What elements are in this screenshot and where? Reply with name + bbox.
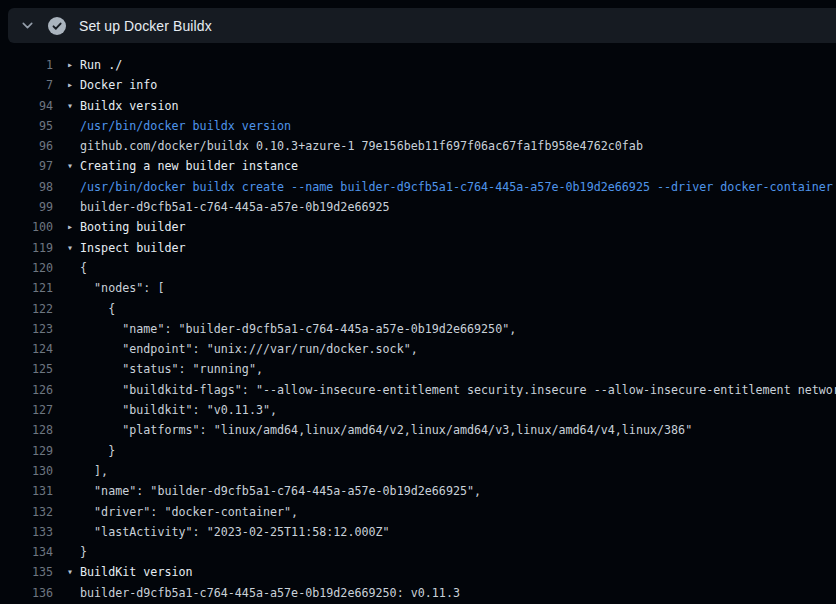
log-line: 1 ▸ Run ./ bbox=[0, 55, 836, 75]
indent-spacer bbox=[67, 116, 80, 136]
log-line: 96 github.com/docker/buildx 0.10.3+azure… bbox=[0, 136, 836, 156]
log-text: "name": "builder-d9cfb5a1-c764-445a-a57e… bbox=[80, 481, 481, 501]
log-line: 131 "name": "builder-d9cfb5a1-c764-445a-… bbox=[0, 481, 836, 501]
log-text: /usr/bin/docker buildx create --name bui… bbox=[80, 177, 833, 197]
group-collapse-icon[interactable]: ▾ bbox=[67, 96, 80, 116]
indent-spacer bbox=[67, 197, 80, 217]
line-number[interactable]: 96 bbox=[0, 136, 53, 156]
log-line: 94 ▾ Buildx version bbox=[0, 96, 836, 116]
group-expand-icon[interactable]: ▸ bbox=[67, 217, 80, 237]
log-line: 123 "name": "builder-d9cfb5a1-c764-445a-… bbox=[0, 319, 836, 339]
group-title[interactable]: Inspect builder bbox=[80, 238, 186, 258]
log-text: "name": "builder-d9cfb5a1-c764-445a-a57e… bbox=[80, 319, 516, 339]
line-number[interactable]: 129 bbox=[0, 441, 53, 461]
step-header[interactable]: Set up Docker Buildx bbox=[8, 8, 836, 43]
indent-spacer bbox=[67, 583, 80, 603]
line-number[interactable]: 132 bbox=[0, 502, 53, 522]
log-lines: 1 ▸ Run ./ 7 ▸ Docker info 94 ▾ Buildx v… bbox=[0, 55, 836, 603]
log-line: 132 "driver": "docker-container", bbox=[0, 502, 836, 522]
line-number[interactable]: 122 bbox=[0, 299, 53, 319]
log-line: 100 ▸ Booting builder bbox=[0, 217, 836, 237]
log-line: 119 ▾ Inspect builder bbox=[0, 238, 836, 258]
line-number[interactable]: 127 bbox=[0, 400, 53, 420]
indent-spacer bbox=[67, 359, 80, 379]
log-text: builder-d9cfb5a1-c764-445a-a57e-0b19d2e6… bbox=[80, 583, 460, 603]
log-text: { bbox=[80, 258, 87, 278]
chevron-down-icon[interactable] bbox=[19, 18, 35, 34]
group-title[interactable]: Buildx version bbox=[80, 96, 179, 116]
log-text: builder-d9cfb5a1-c764-445a-a57e-0b19d2e6… bbox=[80, 197, 390, 217]
group-collapse-icon[interactable]: ▾ bbox=[67, 562, 80, 582]
log-line: 99 builder-d9cfb5a1-c764-445a-a57e-0b19d… bbox=[0, 197, 836, 217]
log-line: 98 /usr/bin/docker buildx create --name … bbox=[0, 177, 836, 197]
line-number[interactable]: 135 bbox=[0, 562, 53, 582]
indent-spacer bbox=[67, 420, 80, 440]
line-number[interactable]: 130 bbox=[0, 461, 53, 481]
line-number[interactable]: 95 bbox=[0, 116, 53, 136]
group-expand-icon[interactable]: ▸ bbox=[67, 75, 80, 95]
line-number[interactable]: 7 bbox=[0, 75, 53, 95]
log-line: 97 ▾ Creating a new builder instance bbox=[0, 156, 836, 176]
line-number[interactable]: 99 bbox=[0, 197, 53, 217]
check-circle-icon bbox=[48, 17, 66, 35]
log-line: 121 "nodes": [ bbox=[0, 278, 836, 298]
indent-spacer bbox=[67, 502, 80, 522]
log-text: "lastActivity": "2023-02-25T11:58:12.000… bbox=[80, 522, 390, 542]
log-line: 133 "lastActivity": "2023-02-25T11:58:12… bbox=[0, 522, 836, 542]
indent-spacer bbox=[67, 136, 80, 156]
group-title[interactable]: Creating a new builder instance bbox=[80, 156, 298, 176]
log-line: 126 "buildkitd-flags": "--allow-insecure… bbox=[0, 380, 836, 400]
log-text: "buildkitd-flags": "--allow-insecure-ent… bbox=[80, 380, 836, 400]
line-number[interactable]: 125 bbox=[0, 359, 53, 379]
log-line: 125 "status": "running", bbox=[0, 359, 836, 379]
indent-spacer bbox=[67, 299, 80, 319]
log-line: 130 ], bbox=[0, 461, 836, 481]
log-text: } bbox=[80, 542, 87, 562]
line-number[interactable]: 97 bbox=[0, 156, 53, 176]
line-number[interactable]: 133 bbox=[0, 522, 53, 542]
log-line: 136 builder-d9cfb5a1-c764-445a-a57e-0b19… bbox=[0, 583, 836, 603]
indent-spacer bbox=[67, 441, 80, 461]
log-line: 124 "endpoint": "unix:///var/run/docker.… bbox=[0, 339, 836, 359]
log-text: "endpoint": "unix:///var/run/docker.sock… bbox=[80, 339, 418, 359]
line-number[interactable]: 121 bbox=[0, 278, 53, 298]
indent-spacer bbox=[67, 177, 80, 197]
group-title[interactable]: Docker info bbox=[80, 75, 157, 95]
indent-spacer bbox=[67, 481, 80, 501]
indent-spacer bbox=[67, 522, 80, 542]
group-collapse-icon[interactable]: ▾ bbox=[67, 238, 80, 258]
log-text: /usr/bin/docker buildx version bbox=[80, 116, 291, 136]
line-number[interactable]: 94 bbox=[0, 96, 53, 116]
line-number[interactable]: 120 bbox=[0, 258, 53, 278]
log-text: "driver": "docker-container", bbox=[80, 502, 298, 522]
line-number[interactable]: 131 bbox=[0, 481, 53, 501]
indent-spacer bbox=[67, 380, 80, 400]
log-text: "platforms": "linux/amd64,linux/amd64/v2… bbox=[80, 420, 692, 440]
line-number[interactable]: 136 bbox=[0, 583, 53, 603]
group-title[interactable]: Run ./ bbox=[80, 55, 122, 75]
line-number[interactable]: 126 bbox=[0, 380, 53, 400]
line-number[interactable]: 128 bbox=[0, 420, 53, 440]
log-line: 7 ▸ Docker info bbox=[0, 75, 836, 95]
line-number[interactable]: 100 bbox=[0, 217, 53, 237]
group-collapse-icon[interactable]: ▾ bbox=[67, 156, 80, 176]
line-number[interactable]: 119 bbox=[0, 238, 53, 258]
log-line: 129 } bbox=[0, 441, 836, 461]
indent-spacer bbox=[67, 542, 80, 562]
indent-spacer bbox=[67, 319, 80, 339]
group-title[interactable]: BuildKit version bbox=[80, 562, 193, 582]
log-line: 135 ▾ BuildKit version bbox=[0, 562, 836, 582]
group-expand-icon[interactable]: ▸ bbox=[67, 55, 80, 75]
log-text: ], bbox=[80, 461, 108, 481]
step-title: Set up Docker Buildx bbox=[79, 18, 212, 34]
line-number[interactable]: 123 bbox=[0, 319, 53, 339]
line-number[interactable]: 124 bbox=[0, 339, 53, 359]
group-title[interactable]: Booting builder bbox=[80, 217, 186, 237]
line-number[interactable]: 98 bbox=[0, 177, 53, 197]
log-line: 95 /usr/bin/docker buildx version bbox=[0, 116, 836, 136]
log-line: 120 { bbox=[0, 258, 836, 278]
line-number[interactable]: 1 bbox=[0, 55, 53, 75]
line-number[interactable]: 134 bbox=[0, 542, 53, 562]
log-text: "buildkit": "v0.11.3", bbox=[80, 400, 277, 420]
indent-spacer bbox=[67, 400, 80, 420]
